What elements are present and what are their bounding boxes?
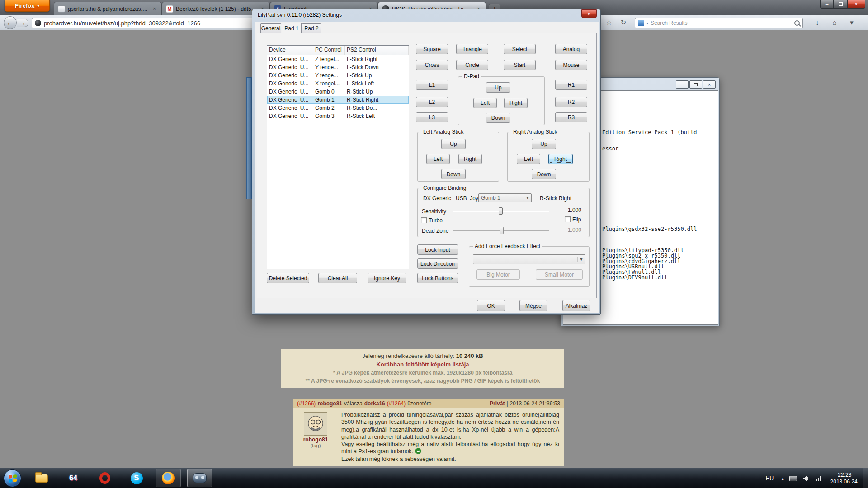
apply-button[interactable]: Alkalmaz: [562, 300, 590, 311]
taskbar-pcsx2-active[interactable]: [187, 469, 212, 487]
minimize-button[interactable]: –: [676, 80, 689, 89]
tab-general[interactable]: General: [260, 23, 281, 33]
column-header-ps2-control[interactable]: PS2 Control: [345, 46, 409, 55]
r3-button[interactable]: R3: [555, 112, 587, 122]
r1-button[interactable]: R1: [555, 80, 587, 90]
tab-gsxrfans[interactable]: gsxrfans.hu & palyamotorozas.c... ×: [54, 2, 162, 15]
cross-button[interactable]: Cross: [416, 60, 448, 70]
chevron-down-icon[interactable]: ▾: [646, 21, 648, 25]
taskbar-opera[interactable]: [92, 469, 118, 487]
l2-button[interactable]: L2: [416, 97, 448, 107]
avatar[interactable]: [304, 412, 327, 436]
deadzone-slider[interactable]: [453, 227, 549, 234]
forward-button[interactable]: →: [17, 19, 28, 27]
circle-button[interactable]: Circle: [456, 60, 488, 70]
r2-button[interactable]: R2: [555, 97, 587, 107]
table-row[interactable]: DX Generic U... Y tenge... L-Stick Up: [267, 71, 409, 80]
flip-checkbox[interactable]: [565, 216, 571, 222]
bindings-list[interactable]: Device PC Control PS2 Control DX Generic…: [267, 45, 409, 269]
search-engine-icon[interactable]: [638, 20, 644, 26]
clear-all-button[interactable]: Clear All: [318, 273, 357, 283]
speaker-icon[interactable]: [802, 475, 810, 482]
dpad-right-button[interactable]: Right: [504, 98, 528, 108]
chevron-down-icon[interactable]: ▼: [577, 257, 585, 262]
analog-button[interactable]: Analog: [555, 44, 587, 54]
select-button[interactable]: Select: [504, 44, 536, 54]
table-row[interactable]: DX Generic U... Z tengel... L-Stick Righ…: [267, 55, 409, 63]
rstick-up-button[interactable]: Up: [532, 139, 556, 149]
ignore-key-button[interactable]: Ignore Key: [368, 273, 406, 283]
tab-pad1[interactable]: Pad 1: [282, 23, 302, 33]
binding-combo[interactable]: Gomb 1 ▼: [478, 193, 532, 202]
lstick-up-button[interactable]: Up: [441, 139, 466, 149]
post-author-name[interactable]: robogo81: [293, 436, 338, 443]
taskbar-skype[interactable]: S: [124, 469, 149, 487]
firefox-menu-button[interactable]: Firefox ▾: [5, 0, 50, 12]
table-row[interactable]: DX Generic U... Gomb 0 R-Stick Up: [267, 88, 409, 96]
taskbar-firefox[interactable]: [156, 469, 181, 487]
uploaded-images-link[interactable]: Korábban feltöltött képeim listája: [376, 361, 469, 368]
show-desktop-button[interactable]: [863, 468, 868, 488]
close-button[interactable]: ×: [703, 80, 716, 89]
home-icon[interactable]: ⌂: [829, 19, 840, 28]
table-row[interactable]: DX Generic U... Gomb 3 R-Stick Left: [267, 112, 409, 120]
rstick-down-button[interactable]: Down: [532, 169, 556, 179]
ok-button[interactable]: OK: [477, 300, 505, 311]
slider-thumb[interactable]: [499, 207, 503, 215]
delete-selected-button[interactable]: Delete Selected: [267, 273, 309, 283]
lstick-left-button[interactable]: Left: [426, 154, 450, 164]
lstick-down-button[interactable]: Down: [441, 169, 466, 179]
tab-close-icon[interactable]: ×: [151, 5, 158, 12]
small-motor-button[interactable]: Small Motor: [536, 269, 583, 280]
post-ref-link[interactable]: (#1266): [297, 400, 316, 407]
search-icon[interactable]: [794, 20, 800, 26]
lock-direction-button[interactable]: Lock Direction: [417, 258, 458, 269]
slider-thumb[interactable]: [500, 227, 504, 234]
l3-button[interactable]: L3: [416, 112, 448, 122]
lock-buttons-button[interactable]: Lock Buttons: [417, 273, 458, 283]
table-row-selected[interactable]: DX Generic U... Gomb 1 R-Stick Right: [267, 96, 409, 104]
mouse-button[interactable]: Mouse: [555, 60, 587, 70]
tab-pad2[interactable]: Pad 2: [302, 23, 321, 33]
hidden-icons-arrow-icon[interactable]: ▴: [782, 476, 784, 481]
maximize-button[interactable]: [834, 0, 847, 9]
maximize-button[interactable]: [689, 80, 702, 89]
table-row[interactable]: DX Generic U... X tengel... L-Stick Left: [267, 80, 409, 88]
rstick-left-button[interactable]: Left: [517, 154, 540, 164]
close-button[interactable]: ×: [847, 0, 865, 9]
l1-button[interactable]: L1: [416, 80, 448, 90]
column-header-pc-control[interactable]: PC Control: [313, 46, 345, 55]
dpad-left-button[interactable]: Left: [473, 98, 497, 108]
dpad-up-button[interactable]: Up: [486, 82, 510, 93]
bookmarks-menu-icon[interactable]: ▾: [846, 19, 857, 28]
network-icon[interactable]: [815, 475, 822, 482]
reload-icon[interactable]: ↻: [618, 19, 628, 28]
search-input[interactable]: [651, 20, 792, 26]
language-indicator[interactable]: HU: [763, 474, 776, 483]
post-target-ref-link[interactable]: (#1264): [387, 400, 406, 407]
downloads-icon[interactable]: ↓: [812, 19, 823, 28]
private-link[interactable]: Privát: [490, 400, 505, 407]
force-feedback-combo[interactable]: ▼: [473, 254, 585, 264]
taskbar-explorer[interactable]: [29, 469, 54, 487]
taskbar-project64[interactable]: 64: [61, 469, 86, 487]
start-button[interactable]: Start: [504, 60, 536, 70]
table-row[interactable]: DX Generic U... Gomb 2 R-Stick Do...: [267, 104, 409, 112]
post-target-link[interactable]: dorka16: [364, 400, 385, 407]
cancel-button[interactable]: Mégse: [519, 300, 547, 311]
start-button[interactable]: [4, 469, 21, 487]
bookmark-star-icon[interactable]: ☆: [604, 19, 614, 28]
dpad-down-button[interactable]: Down: [486, 113, 510, 123]
table-row[interactable]: DX Generic U... Y tenge... L-Stick Down: [267, 63, 409, 71]
search-bar[interactable]: ▾: [635, 18, 803, 28]
rstick-right-button-focused[interactable]: Right: [548, 154, 573, 164]
big-motor-button[interactable]: Big Motor: [476, 269, 520, 280]
turbo-checkbox[interactable]: [421, 217, 427, 223]
back-button[interactable]: ←: [4, 16, 17, 29]
chevron-down-icon[interactable]: ▼: [524, 196, 531, 200]
lstick-right-button[interactable]: Right: [458, 154, 482, 164]
square-button[interactable]: Square: [416, 44, 448, 54]
clock[interactable]: 22:23 2013.06.24.: [828, 472, 862, 485]
post-author-link[interactable]: robogo81: [317, 400, 342, 407]
keyboard-tray-icon[interactable]: [789, 476, 797, 481]
